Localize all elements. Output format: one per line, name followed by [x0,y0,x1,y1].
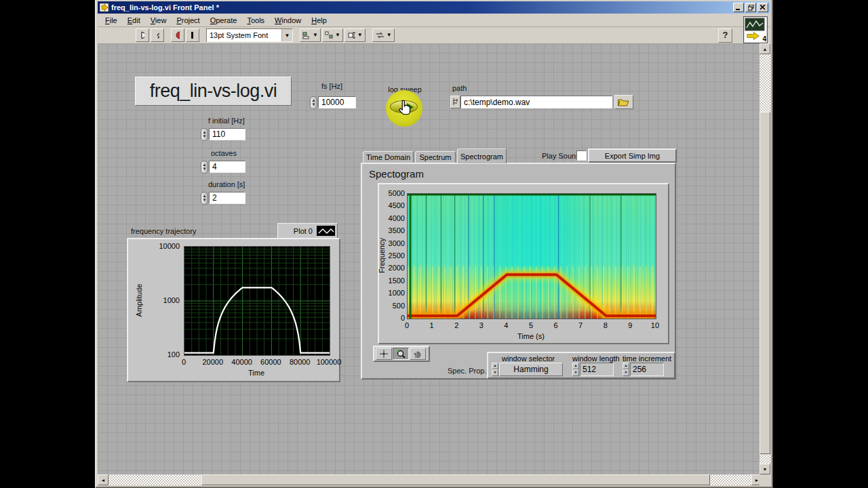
fs-control: ▲▼ 10000 [310,96,356,109]
duration-increment-decrement[interactable]: ▲▼ [201,192,208,205]
freq-graph-ylabel: Amplitude [134,246,144,354]
menu-item[interactable]: Help [307,15,332,26]
restore-button[interactable] [745,3,756,12]
vertical-scrollbar-thumb[interactable] [760,112,770,454]
scroll-up-button[interactable]: ▲ [760,43,770,54]
cursor-tool-button[interactable] [376,348,392,360]
freq-graph-xlabel: Time [184,369,329,377]
window-title: freq_lin-vs-log.vi Front Panel * [111,3,733,12]
abort-button[interactable] [171,28,184,42]
window-length-field[interactable]: 512 [580,363,614,376]
spec-prop-cluster: window selector ▲▼ Hamming window length… [487,352,675,379]
help-button[interactable]: ? [718,28,732,43]
octaves-label: octaves [211,149,237,157]
freq-graph-xticks: 020000400006000080000100000 [184,358,329,366]
align-objects-button[interactable]: ▼ [300,28,321,42]
octaves-field[interactable]: 4 [209,161,245,173]
video-frame: freq_lin-vs-log.vi Front Panel * FileEdi… [0,0,868,488]
crosshair-icon [379,349,389,359]
window-selector-label: window selector [502,354,555,363]
duration-control: ▲▼ 2 [201,191,245,205]
resize-objects-button[interactable]: ▼ [344,28,366,42]
fs-increment-decrement[interactable]: ▲▼ [310,96,317,109]
octaves-increment-decrement[interactable]: ▲▼ [201,161,208,174]
tab-spectrum[interactable]: Spectrum [415,151,456,163]
hand-icon [413,349,422,359]
play-sound-checkbox[interactable] [576,150,587,161]
duration-label: duration [s] [208,180,245,188]
menu-item[interactable]: Tools [242,15,270,26]
window-buttons [733,3,768,12]
legend-text: Plot 0 [294,227,313,235]
minimize-button[interactable] [733,3,744,12]
path-label: path [452,84,467,92]
chevron-down-icon: ▼ [313,33,318,38]
menu-item[interactable]: Operate [205,15,243,26]
line-style-swatch[interactable] [317,226,335,236]
menu-item[interactable]: File [100,15,123,26]
f-initial-label: f initial [Hz] [208,117,245,125]
time-increment-label: time increment [623,354,671,363]
graph-palette [373,346,430,362]
font-selector-value: 13pt System Font [207,31,281,39]
menu-item[interactable]: View [146,15,172,26]
chevron-down-icon: ▼ [387,33,392,38]
window-selector-ring[interactable]: Hamming [499,363,563,376]
f-initial-control: ▲▼ 110 [201,127,245,141]
vi-icon-badge: 4 [762,35,766,43]
labview-window: freq_lin-vs-log.vi Front Panel * FileEdi… [95,0,773,488]
close-button[interactable] [757,3,768,12]
path-control: c:\temp\demo.wav [450,95,612,109]
tab-time-domain[interactable]: Time Domain [363,151,414,163]
chevron-down-icon[interactable]: ▼ [281,29,292,41]
browse-button[interactable] [614,95,633,109]
scroll-down-button[interactable]: ▼ [760,464,770,474]
window-length-label: window length [572,354,620,363]
freq-graph: Amplitude 100001000100 02000040000600008… [127,238,340,382]
menu-item[interactable]: Edit [123,15,146,26]
fs-field[interactable]: 10000 [318,96,356,108]
menubar: FileEditViewProjectOperateToolsWindowHel… [98,14,770,27]
window-length-spinner[interactable]: ▲▼ [572,363,579,376]
font-selector[interactable]: 13pt System Font ▼ [206,28,293,42]
duration-field[interactable]: 2 [209,192,245,204]
spectrogram-graph: Frequency 500045004000350030002500200015… [378,183,669,344]
toolbar: 13pt System Font ▼ ▼ ▼ ▼ ▼ [98,27,747,44]
spectrogram-xticks: 012345678910 [407,321,655,329]
titlebar: freq_lin-vs-log.vi Front Panel * [98,1,770,14]
horizontal-scrollbar-thumb[interactable] [201,474,710,485]
run-continuously-button[interactable] [151,28,164,42]
window-selector-spinner[interactable]: ▲▼ [492,363,498,376]
export-simp-img-button[interactable]: Export Simp Img [588,148,677,163]
run-button[interactable] [136,28,149,42]
tab-spectrogram[interactable]: Spectrogram [457,148,507,163]
freq-graph-yticks: 100001000100 [149,246,180,354]
play-sound-label: Play Sound [542,152,580,160]
reorder-button[interactable]: ▼ [372,28,395,42]
vi-icon[interactable]: 4 [743,16,768,43]
menu-item[interactable]: Window [270,15,307,26]
magnifier-icon [396,349,406,359]
path-type-icon[interactable] [450,96,460,108]
distribute-objects-button[interactable]: ▼ [322,28,343,42]
scroll-left-button[interactable]: ◄ [98,474,108,485]
pan-tool-button[interactable] [410,348,426,360]
pause-button[interactable] [186,28,199,42]
zoom-tool-button[interactable] [393,348,409,360]
folder-open-icon [618,98,630,106]
menu-item[interactable]: Project [172,15,205,26]
path-field[interactable]: c:\temp\demo.wav [460,96,612,108]
spectrogram-yticks: 5000450040003500300025002000150010005000 [384,193,405,318]
fs-label: fs [Hz] [321,82,342,90]
f-initial-increment-decrement[interactable]: ▲▼ [201,128,208,141]
time-increment-spinner[interactable]: ▲▼ [623,363,629,376]
mouse-cursor-hand-icon [397,99,414,117]
spec-prop-label: Spec. Prop. [448,367,486,375]
f-initial-field[interactable]: 110 [209,128,245,140]
front-panel: freq_lin-vs-log.vi fs [Hz] ▲▼ 10000 log … [98,43,762,474]
octaves-control: ▲▼ 4 [201,160,245,174]
scrollbar-corner [760,474,770,485]
plot-legend[interactable]: Plot 0 [277,223,338,239]
time-increment-field[interactable]: 256 [630,363,664,376]
freq-plot-area [184,246,330,356]
